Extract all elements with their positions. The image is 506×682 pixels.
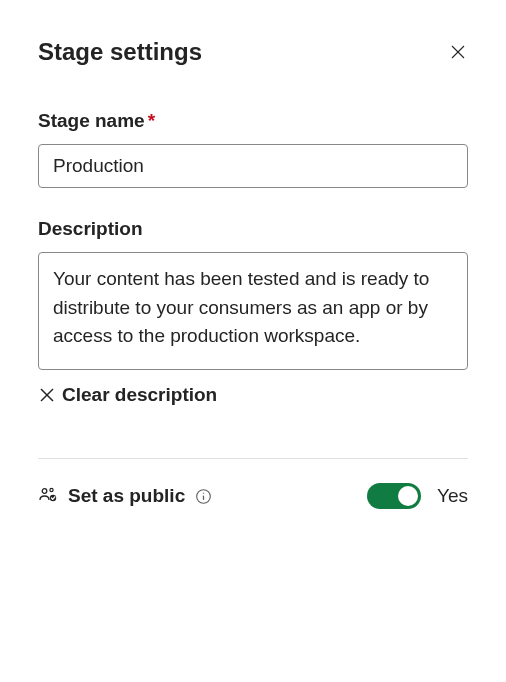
set-as-public-toggle[interactable] [367,483,421,509]
close-button[interactable] [448,42,468,62]
close-icon [38,386,56,404]
toggle-state-label: Yes [437,485,468,507]
stage-name-label: Stage name* [38,110,468,132]
required-indicator: * [148,110,155,131]
svg-point-9 [203,492,204,493]
description-label: Description [38,218,468,240]
panel-title: Stage settings [38,38,202,66]
svg-point-4 [42,489,47,494]
toggle-knob [398,486,418,506]
description-textarea[interactable] [38,252,468,370]
set-as-public-label: Set as public [68,485,185,507]
stage-name-label-text: Stage name [38,110,145,131]
divider [38,458,468,459]
svg-point-5 [50,488,53,491]
people-icon [38,486,58,506]
clear-description-button[interactable]: Clear description [38,384,217,406]
info-icon[interactable] [195,488,212,505]
close-icon [449,43,467,61]
clear-description-label: Clear description [62,384,217,406]
stage-name-input[interactable] [38,144,468,188]
